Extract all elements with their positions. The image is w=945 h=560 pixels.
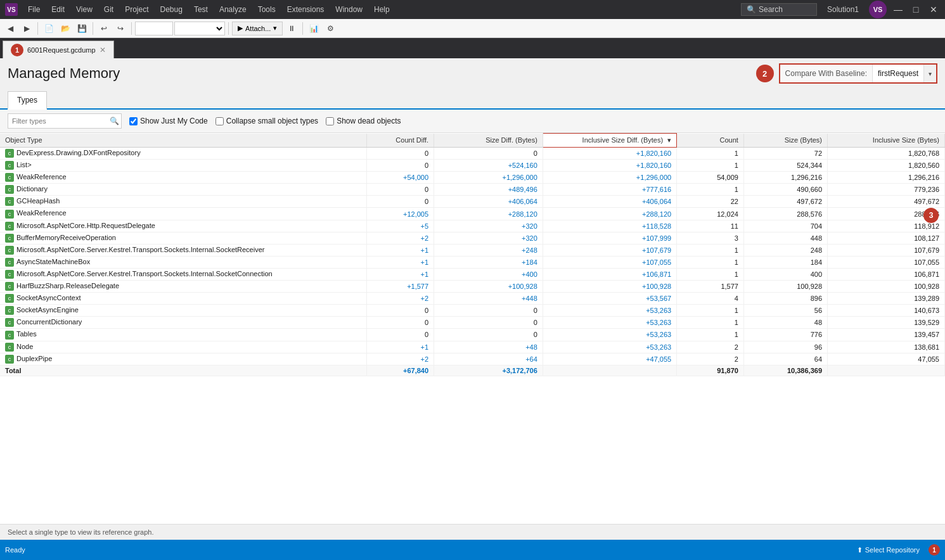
undo-button[interactable]: ↩ <box>96 21 112 36</box>
table-row[interactable]: cTables00+53,2631776139,457 <box>0 329 945 341</box>
diagnostics-button[interactable]: 📊 <box>306 21 321 36</box>
close-button[interactable]: ✕ <box>927 3 940 16</box>
type-icon: c <box>5 185 14 194</box>
collapse-small-checkbox[interactable]: Collapse small object types <box>215 117 318 125</box>
menu-git[interactable]: Git <box>99 3 119 16</box>
filter-search-icon: 🔍 <box>110 117 119 125</box>
cell-inclusive-size: 497,672 <box>828 196 945 208</box>
settings-button[interactable]: ⚙ <box>323 21 338 36</box>
show-dead-input[interactable] <box>326 117 334 125</box>
table-row[interactable]: cMicrosoft.AspNetCore.Server.Kestrel.Tra… <box>0 244 945 256</box>
redo-button[interactable]: ↪ <box>113 21 128 36</box>
tab-gcdump[interactable]: 1 6001Request.gcdump ✕ <box>3 41 114 58</box>
menu-window[interactable]: Window <box>330 3 368 16</box>
search-box[interactable]: 🔍 Search <box>741 3 817 16</box>
type-icon: c <box>5 173 14 182</box>
table-row[interactable]: cHarfBuzzSharp.ReleaseDelegate+1,577+100… <box>0 281 945 293</box>
col-inclusive-size-diff[interactable]: Inclusive Size Diff. (Bytes) ▾ <box>543 134 676 148</box>
menu-help[interactable]: Help <box>369 3 395 16</box>
menu-test[interactable]: Test <box>189 3 213 16</box>
baseline-dropdown-button[interactable]: ▾ <box>923 65 936 82</box>
cell-type: cBufferMemoryReceiveOperation <box>0 232 367 244</box>
cell-size: 490,660 <box>743 184 827 196</box>
table-row[interactable]: cBufferMemoryReceiveOperation+2+320+107,… <box>0 232 945 244</box>
total-size-diff: +3,172,706 <box>434 365 543 376</box>
back-button[interactable]: ◀ <box>3 21 18 36</box>
select-repository-button[interactable]: ⬆ Select Repository <box>853 545 923 556</box>
user-avatar: VS <box>869 1 887 18</box>
col-count[interactable]: Count <box>677 134 744 148</box>
platform-dropdown[interactable] <box>174 22 225 35</box>
cell-size-diff: +320 <box>434 232 543 244</box>
col-object-type[interactable]: Object Type <box>0 134 367 148</box>
table-row[interactable]: cSocketAsyncContext+2+448+53,5674896139,… <box>0 293 945 305</box>
baseline-value: firstRequest <box>873 69 923 78</box>
cell-count: 1 <box>677 256 744 268</box>
table-row[interactable]: cDictionary0+489,496+777,6161490,660779,… <box>0 184 945 196</box>
menu-project[interactable]: Project <box>120 3 153 16</box>
col-size[interactable]: Size (Bytes) <box>743 134 827 148</box>
save-button[interactable]: 💾 <box>74 21 89 36</box>
cell-size: 64 <box>743 353 827 365</box>
cell-count: 1,577 <box>677 281 744 293</box>
cell-size-diff: +406,064 <box>434 196 543 208</box>
titlebar: VS File Edit View Git Project Debug Test… <box>0 0 945 19</box>
new-project-button[interactable]: 📄 <box>41 21 56 36</box>
menu-file[interactable]: File <box>23 3 45 16</box>
type-icon: c <box>5 210 14 219</box>
cell-size-diff: +100,928 <box>434 281 543 293</box>
cell-size-diff: +524,160 <box>434 160 543 172</box>
cell-type: cDevExpress.Drawing.DXFontRepository <box>0 148 367 160</box>
menu-analyze[interactable]: Analyze <box>214 3 252 16</box>
col-size-diff[interactable]: Size Diff. (Bytes) <box>434 134 543 148</box>
table-row[interactable]: cGCHeapHash0+406,064+406,06422497,672497… <box>0 196 945 208</box>
table-row[interactable]: cDuplexPipe+2+64+47,05526447,055 <box>0 353 945 365</box>
cell-inclusive-size-diff: +53,567 <box>543 293 676 305</box>
show-dead-checkbox[interactable]: Show dead objects <box>326 117 401 125</box>
cell-size-diff: +448 <box>434 293 543 305</box>
document-tabs: 1 6001Request.gcdump ✕ <box>0 38 945 58</box>
cell-count: 1 <box>677 184 744 196</box>
cell-size: 288,576 <box>743 208 827 220</box>
table-row[interactable]: cConcurrentDictionary00+53,263148139,529 <box>0 317 945 329</box>
menu-view[interactable]: View <box>71 3 98 16</box>
memory-table-container[interactable]: Object Type Count Diff. Size Diff. (Byte… <box>0 133 945 524</box>
col-count-diff[interactable]: Count Diff. <box>367 134 434 148</box>
table-row[interactable]: cMicrosoft.AspNetCore.Server.Kestrel.Tra… <box>0 268 945 280</box>
toolbar-separator-1 <box>37 22 38 35</box>
open-button[interactable]: 📂 <box>58 21 73 36</box>
collapse-small-input[interactable] <box>215 117 224 125</box>
minimize-button[interactable]: — <box>892 3 904 16</box>
table-row[interactable]: cWeakReference+54,000+1,296,000+1,296,00… <box>0 172 945 184</box>
config-input[interactable] <box>135 22 173 35</box>
table-row[interactable]: cWeakReference+12,005+288,120+288,12012,… <box>0 208 945 220</box>
menu-debug[interactable]: Debug <box>155 3 188 16</box>
cell-count: 22 <box>677 196 744 208</box>
pause-button[interactable]: ⏸ <box>284 21 299 36</box>
menu-tools[interactable]: Tools <box>253 3 281 16</box>
table-row[interactable]: cSocketAsyncEngine00+53,263156140,673 <box>0 305 945 317</box>
tab-close-button[interactable]: ✕ <box>100 46 106 54</box>
col-inclusive-size[interactable]: Inclusive Size (Bytes) <box>828 134 945 148</box>
show-my-code-checkbox[interactable]: Show Just My Code <box>129 117 208 125</box>
cell-type: cMicrosoft.AspNetCore.Server.Kestrel.Tra… <box>0 268 367 280</box>
menu-edit[interactable]: Edit <box>46 3 70 16</box>
table-row[interactable]: cDevExpress.Drawing.DXFontRepository00+1… <box>0 148 945 160</box>
table-row[interactable]: cAsyncStateMachineBox+1+184+107,05511841… <box>0 256 945 268</box>
statusbar-left: Ready <box>5 546 25 554</box>
forward-button[interactable]: ▶ <box>19 21 34 36</box>
cell-inclusive-size: 106,871 <box>828 268 945 280</box>
cell-inclusive-size-diff: +53,263 <box>543 305 676 317</box>
show-my-code-input[interactable] <box>129 117 138 125</box>
cell-count: 54,009 <box>677 172 744 184</box>
cell-inclusive-size-diff: +107,999 <box>543 232 676 244</box>
attach-button[interactable]: ▶ Attach... ▾ <box>232 22 283 35</box>
table-row[interactable]: cNode+1+48+53,263296138,681 <box>0 341 945 353</box>
table-row[interactable]: cMicrosoft.AspNetCore.Http.RequestDelega… <box>0 220 945 232</box>
tab-types[interactable]: Types <box>8 91 47 110</box>
cell-inclusive-size: 138,681 <box>828 341 945 353</box>
filter-input[interactable] <box>8 113 122 129</box>
maximize-button[interactable]: □ <box>910 3 922 16</box>
table-row[interactable]: cList>0+524,160+1,820,1601524,3441,820,5… <box>0 160 945 172</box>
menu-extensions[interactable]: Extensions <box>282 3 330 16</box>
